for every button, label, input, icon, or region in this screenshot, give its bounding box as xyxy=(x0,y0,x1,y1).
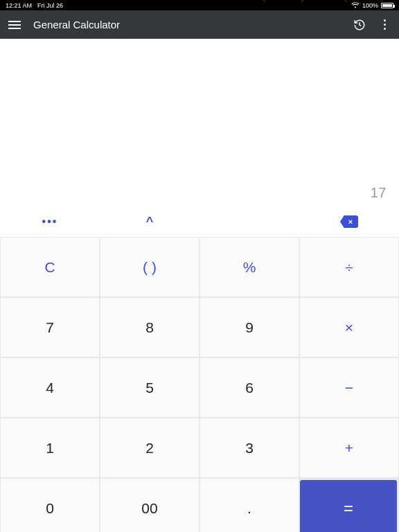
backspace-button[interactable]: × xyxy=(299,206,399,237)
digit-9[interactable]: 9 xyxy=(200,298,299,357)
digit-00[interactable]: 00 xyxy=(100,479,199,532)
battery-icon xyxy=(381,3,393,8)
percent-button[interactable]: % xyxy=(200,238,299,296)
plus-button[interactable]: + xyxy=(300,418,398,477)
digit-2[interactable]: 2 xyxy=(100,418,199,477)
digit-6[interactable]: 6 xyxy=(200,358,299,417)
spacer xyxy=(200,206,299,237)
parentheses-button[interactable]: ( ) xyxy=(100,238,199,296)
digit-4[interactable]: 4 xyxy=(1,358,99,417)
caret-button[interactable]: ^ xyxy=(100,206,200,237)
app-bar: General Calculator xyxy=(0,10,399,39)
divide-button[interactable]: ÷ xyxy=(300,238,398,296)
decimal-button[interactable]: . xyxy=(200,479,299,532)
digit-3[interactable]: 3 xyxy=(200,418,299,477)
status-date: Fri Jul 26 xyxy=(37,2,63,9)
more-options-icon[interactable] xyxy=(378,19,391,31)
backspace-icon: × xyxy=(340,215,358,228)
digit-0[interactable]: 0 xyxy=(1,479,99,532)
digit-5[interactable]: 5 xyxy=(100,358,199,417)
digit-7[interactable]: 7 xyxy=(1,298,99,357)
equals-button[interactable]: = xyxy=(300,480,397,532)
status-time: 12:21 AM xyxy=(6,2,32,9)
expression-text: 2×(5+3)+8÷(2^3) xyxy=(237,0,387,3)
digit-1[interactable]: 1 xyxy=(1,418,99,477)
digit-8[interactable]: 8 xyxy=(100,298,199,357)
result-text: 17 xyxy=(371,185,387,201)
wifi-icon xyxy=(351,2,360,8)
secondary-toolbar: ••• ^ × xyxy=(0,206,399,237)
app-title: General Calculator xyxy=(33,19,341,30)
multiply-button[interactable]: × xyxy=(300,298,398,357)
battery-percent: 100% xyxy=(362,2,378,9)
clear-button[interactable]: C xyxy=(1,238,99,296)
history-icon[interactable] xyxy=(353,19,366,31)
menu-icon[interactable] xyxy=(8,20,21,30)
more-functions-button[interactable]: ••• xyxy=(0,206,100,237)
calculator-display: 2×(5+3)+8÷(2^3) 17 xyxy=(0,39,399,206)
minus-button[interactable]: − xyxy=(300,358,398,417)
keypad: C ( ) % ÷ 7 8 9 × 4 5 6 − 1 2 3 + 0 00 .… xyxy=(0,237,399,532)
